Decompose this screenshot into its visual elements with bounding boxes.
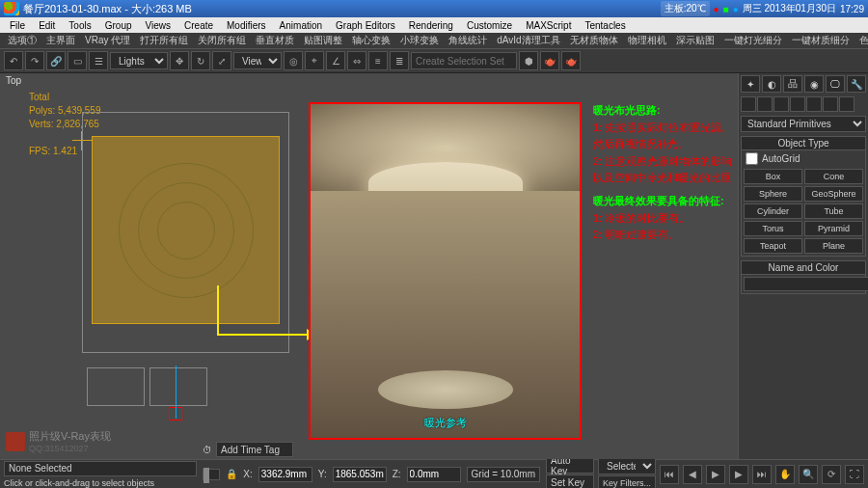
add-time-tag-button[interactable]: Add Time Tag — [216, 442, 293, 457]
rotate-button[interactable]: ↻ — [191, 51, 210, 70]
tube-button[interactable]: Tube — [804, 203, 863, 219]
cn-menu-item[interactable]: 打开所有组 — [136, 33, 192, 48]
zoom-button[interactable]: 🔍 — [799, 465, 818, 484]
undo-button[interactable]: ↶ — [4, 51, 23, 70]
layer-button[interactable]: ≣ — [390, 51, 409, 70]
orbit-button[interactable]: ⟳ — [822, 465, 841, 484]
filter-dropdown[interactable]: Lights — [110, 52, 168, 69]
display-tab[interactable]: 🖵 — [826, 75, 845, 93]
viewport[interactable]: Top Total Polys: 5,439,559 Verts: 2,826,… — [0, 73, 738, 459]
cn-menu-item[interactable]: dAvId清理工具 — [493, 33, 563, 48]
setkey-button[interactable]: Set Key — [546, 474, 594, 488]
cn-menu-item[interactable]: 物理相机 — [624, 33, 670, 48]
cn-menu-item[interactable]: 角线统计 — [445, 33, 491, 48]
cn-menu-item[interactable]: 无材质物体 — [566, 33, 622, 48]
cn-menu-item[interactable]: 选项① — [4, 33, 41, 48]
menu-edit[interactable]: Edit — [33, 19, 61, 32]
torus-button[interactable]: Torus — [744, 221, 802, 236]
cylinder-button[interactable]: Cylinder — [744, 203, 802, 219]
key-target-dropdown[interactable]: Selected — [598, 457, 656, 474]
key-filters-button[interactable]: Key Filters... — [598, 475, 656, 488]
systems-icon[interactable] — [839, 96, 854, 112]
motion-tab[interactable]: ◉ — [804, 75, 824, 93]
utilities-tab[interactable]: 🔧 — [847, 75, 866, 93]
cn-menu-item[interactable]: 主界面 — [42, 33, 79, 48]
object-name-input[interactable] — [744, 277, 868, 291]
pan-button[interactable]: ✋ — [775, 465, 795, 484]
x-coord-input[interactable] — [258, 467, 312, 482]
menu-group[interactable]: Group — [99, 19, 138, 32]
plane-button[interactable]: Plane — [804, 238, 863, 254]
cn-menu-item[interactable]: 贴图调整 — [300, 33, 346, 48]
named-sel-input[interactable] — [411, 52, 517, 69]
geosphere-button[interactable]: GeoSphere — [804, 186, 863, 202]
windows-start-button[interactable] — [4, 2, 19, 15]
menu-file[interactable]: File — [4, 19, 31, 32]
next-frame-button[interactable]: ▶ — [729, 465, 748, 484]
autogrid-checkbox[interactable] — [746, 152, 758, 165]
menu-tentacles[interactable]: Tentacles — [579, 19, 631, 32]
timeline-slider[interactable] — [203, 469, 220, 480]
create-tab[interactable]: ✦ — [741, 75, 760, 93]
spacewarps-icon[interactable] — [823, 96, 838, 112]
lights-icon[interactable] — [773, 96, 789, 112]
menu-modifiers[interactable]: Modifiers — [221, 19, 272, 32]
cn-menu-item[interactable]: 垂直材质 — [252, 33, 298, 48]
move-button[interactable]: ✥ — [170, 51, 189, 70]
align-button[interactable]: ≡ — [368, 51, 388, 70]
z-coord-input[interactable] — [407, 467, 461, 482]
box-button[interactable]: Box — [744, 169, 802, 184]
cone-button[interactable]: Cone — [804, 169, 863, 184]
goto-end-button[interactable]: ⏭ — [752, 465, 772, 484]
modify-tab[interactable]: ◐ — [762, 75, 781, 93]
cn-menu-item[interactable]: 一键灯光细分 — [720, 33, 786, 48]
cn-menu-item[interactable]: 关闭所有组 — [194, 33, 250, 48]
lock-icon[interactable]: 🔒 — [226, 469, 237, 479]
autokey-button[interactable]: Auto Key — [546, 458, 594, 474]
teapot-button[interactable]: Teapot — [744, 238, 802, 254]
select-button[interactable]: ▭ — [68, 51, 87, 70]
cn-menu-item[interactable]: 深示贴图 — [672, 33, 719, 48]
object-type-header[interactable]: Object Type — [742, 137, 865, 150]
redo-button[interactable]: ↷ — [25, 51, 44, 70]
menu-maxscript[interactable]: MAXScript — [520, 19, 577, 32]
cn-menu-item[interactable]: VRay 代理 — [81, 33, 134, 48]
shapes-icon[interactable] — [757, 96, 773, 112]
menu-graph-editors[interactable]: Graph Editors — [330, 19, 401, 32]
hierarchy-tab[interactable]: 品 — [783, 75, 802, 93]
menu-customize[interactable]: Customize — [461, 19, 518, 32]
angle-snap-button[interactable]: ∠ — [326, 51, 345, 70]
material-editor-button[interactable]: ⬢ — [519, 51, 538, 70]
cn-menu-item[interactable]: 小球变换 — [396, 33, 443, 48]
tray-icon[interactable]: ● — [733, 4, 739, 14]
pyramid-button[interactable]: Pyramid — [804, 221, 863, 236]
y-coord-input[interactable] — [333, 467, 387, 482]
goto-start-button[interactable]: ⏮ — [660, 465, 679, 484]
cn-menu-item[interactable]: 一键材质细分 — [788, 33, 854, 48]
category-dropdown[interactable]: Standard Primitives — [741, 116, 866, 132]
cn-menu-item[interactable]: 轴心变换 — [348, 33, 394, 48]
render-setup-button[interactable]: 🫖 — [540, 51, 559, 70]
link-button[interactable]: 🔗 — [46, 51, 66, 70]
tray-icon[interactable]: ● — [714, 4, 719, 14]
maximize-button[interactable]: ⛶ — [845, 465, 864, 484]
name-color-header[interactable]: Name and Color — [742, 261, 865, 275]
helpers-icon[interactable] — [806, 96, 822, 112]
coord-dropdown[interactable]: View — [233, 52, 282, 69]
menu-views[interactable]: Views — [140, 19, 177, 32]
pivot-button[interactable]: ◎ — [284, 51, 303, 70]
play-button[interactable]: ▶ — [706, 465, 725, 484]
snap-button[interactable]: ⌖ — [305, 51, 324, 70]
menu-rendering[interactable]: Rendering — [403, 19, 459, 32]
tray-icon[interactable]: ■ — [723, 4, 729, 14]
cameras-icon[interactable] — [790, 96, 805, 112]
time-tag-icon[interactable]: ⏱ — [203, 445, 212, 455]
geometry-icon[interactable] — [741, 96, 756, 112]
prev-frame-button[interactable]: ◀ — [683, 465, 702, 484]
menu-animation[interactable]: Animation — [274, 19, 328, 32]
scale-button[interactable]: ⤢ — [212, 51, 231, 70]
render-button[interactable]: 🫖 — [561, 51, 581, 70]
menu-create[interactable]: Create — [178, 19, 219, 32]
select-name-button[interactable]: ☰ — [89, 51, 108, 70]
sphere-button[interactable]: Sphere — [744, 186, 802, 202]
